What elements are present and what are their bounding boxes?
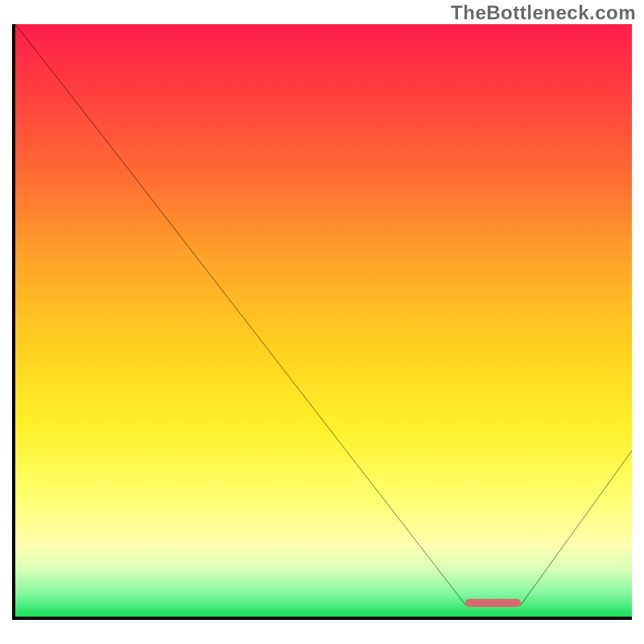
watermark-text: TheBottleneck.com — [451, 2, 636, 24]
chart-container: TheBottleneck.com — [0, 0, 644, 644]
bottleneck-curve — [15, 24, 632, 617]
curve-path — [15, 24, 632, 605]
plot-area — [12, 24, 632, 620]
optimal-range-marker — [465, 599, 521, 607]
